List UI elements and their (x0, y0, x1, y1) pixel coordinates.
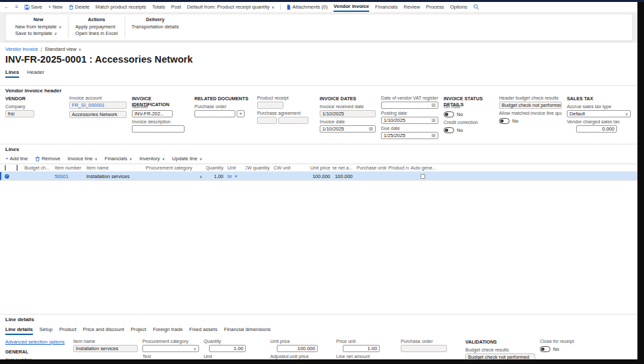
cell-line-net-amount[interactable]: 100.000 (332, 173, 355, 179)
inventory-menu[interactable]: Inventory∨ (139, 156, 165, 162)
column-header[interactable]: CW quantity (245, 165, 272, 171)
column-header[interactable]: Unit price (291, 165, 332, 171)
table-row[interactable]: ✓ 50001 Installation services ∨ 1.00 hr∨… (0, 172, 637, 181)
tab-foreign-trade[interactable]: Foreign trade (153, 326, 183, 335)
add-line-button[interactable]: + Add line (5, 156, 28, 162)
save-to-template-button[interactable]: Save to template ∨ (15, 30, 61, 37)
ld-procurement-category-select[interactable]: ∨ (142, 345, 199, 352)
invoice-account-field[interactable]: FR_SI_000001 (69, 102, 127, 109)
accrue-sales-tax-select[interactable]: Default ∨ (567, 110, 631, 117)
tab-fixed-assets[interactable]: Fixed assets (189, 326, 218, 335)
invoice-line-menu[interactable]: Invoice line∨ (67, 156, 97, 162)
remove-line-button[interactable]: Remove (35, 156, 60, 162)
post-button[interactable]: Post (171, 4, 181, 10)
totals-button[interactable]: Totals (152, 4, 165, 10)
section-vendor-invoice-header[interactable]: Vendor invoice header (0, 85, 637, 95)
posting-date-field[interactable]: 1/10/2025 ⊞ (381, 117, 438, 124)
column-header[interactable]: Line net a... (332, 165, 355, 171)
allow-matched-toggle[interactable]: No (499, 117, 562, 125)
column-header[interactable]: Purchase order (355, 165, 386, 171)
close-for-receipt-toggle[interactable]: No (540, 346, 593, 353)
view-selector[interactable]: Standard view ∨ (45, 46, 82, 52)
delete-button[interactable]: Delete (69, 4, 90, 10)
tab-setup[interactable]: Setup (40, 326, 53, 335)
chevron-down-icon: ∨ (272, 5, 274, 9)
transportation-details-button[interactable]: Transportation details (132, 24, 179, 30)
calendar-icon[interactable]: ⊞ (368, 127, 373, 132)
search-icon[interactable] (473, 4, 479, 10)
tab-project[interactable]: Project (131, 326, 146, 335)
cell-quantity[interactable]: 1.00 (204, 173, 225, 179)
section-line-details[interactable]: Line details (0, 314, 637, 324)
menu-tab-financials[interactable]: Financials (375, 3, 397, 11)
tab-product[interactable]: Product (59, 326, 76, 335)
cell-item-name[interactable]: Installation services (84, 173, 144, 179)
credit-correction-toggle[interactable]: No (444, 127, 494, 134)
cell-auto-generated[interactable] (409, 174, 436, 179)
chevron-down-icon: ∨ (626, 111, 628, 116)
column-header[interactable]: CW unit (272, 165, 291, 171)
cell-unit[interactable]: hr∨ (225, 173, 245, 179)
open-lines-in-excel-button[interactable]: Open lines in Excel (75, 30, 117, 37)
calendar-icon[interactable]: ⊞ (431, 118, 436, 123)
vendor-charged-sales-tax-field[interactable]: 0.000 (576, 125, 617, 133)
menu-tab-process[interactable]: Process (426, 3, 444, 11)
command-bar: ← ≡ Save + New Delete Match product rece… (0, 2, 637, 12)
tab-line-details[interactable]: Line details (5, 326, 33, 335)
advanced-selection-options-link[interactable]: Advanced selection options (5, 339, 69, 345)
financials-menu[interactable]: Financials∨ (105, 156, 132, 162)
select-all-checkbox[interactable] (3, 165, 15, 171)
column-invoice-dates: INVOICE DATES Invoice received date 1/10… (320, 96, 376, 139)
tab-financial-dimensions[interactable]: Financial dimensions (224, 326, 271, 335)
column-header[interactable]: Auto gene... (409, 165, 436, 171)
on-hold-toggle[interactable]: No (444, 111, 494, 118)
tab-header[interactable]: Header (27, 69, 44, 78)
attachments-button[interactable]: Attachments (0) (287, 4, 328, 10)
column-header[interactable]: Item number (53, 165, 84, 171)
menu-tab-options[interactable]: Options (450, 3, 467, 11)
tab-lines[interactable]: Lines (5, 69, 19, 78)
cell-unit-price[interactable]: 100.000 (291, 173, 332, 179)
new-from-template-button[interactable]: New from template ∨ (15, 24, 61, 30)
match-product-receipts-button[interactable]: Match product receipts (96, 4, 146, 10)
calendar-icon[interactable]: ⊞ (431, 103, 436, 108)
menu-tab-vendor-invoice[interactable]: Vendor invoice (334, 3, 369, 12)
menu-icon[interactable]: ≡ (15, 5, 18, 10)
cell-item-number[interactable]: 50001 (53, 173, 84, 179)
add-purchase-order-button[interactable]: + (237, 110, 245, 117)
due-date-field[interactable]: 1/25/2025 ⊞ (381, 132, 438, 139)
calendar-icon[interactable]: ⊞ (431, 133, 436, 138)
apply-prepayment-button[interactable]: Apply prepayment (75, 24, 117, 30)
column-header[interactable]: Procurement category (144, 165, 204, 171)
column-vendor: VENDOR Company frsi (5, 96, 64, 139)
column-header[interactable]: Item name (84, 165, 144, 171)
vat-register-date-field[interactable]: ⊞ (381, 102, 438, 109)
column-header[interactable]: Product re... (386, 165, 409, 171)
column-header[interactable]: Unit (225, 165, 245, 171)
command-bar-divider (280, 4, 281, 10)
column-header[interactable]: Quantity (204, 165, 225, 171)
save-button[interactable]: Save (24, 4, 42, 10)
section-lines[interactable]: Lines (0, 144, 637, 154)
toggle-off-icon (444, 111, 454, 117)
row-checkbox[interactable]: ✓ (3, 174, 15, 179)
update-line-menu[interactable]: Update line∨ (172, 156, 202, 162)
ld-unit-price-field[interactable]: 100.000 (277, 345, 318, 352)
column-header[interactable]: Budget ch... (22, 165, 53, 171)
chevron-down-icon: ∨ (94, 156, 97, 161)
tab-price-and-discount[interactable]: Price and discount (83, 326, 124, 335)
purchase-order-field[interactable] (194, 110, 235, 117)
back-icon[interactable]: ← (4, 5, 9, 10)
invoice-description-field[interactable] (132, 125, 185, 133)
invoice-date-field[interactable]: 1/10/2025 ⊞ (320, 125, 376, 133)
ld-quantity-field[interactable]: 1.00 (209, 345, 246, 352)
cell-procurement-category[interactable]: ∨ (144, 174, 204, 179)
invoice-account-name-field: Accessories Network (69, 111, 127, 118)
default-from-dropdown[interactable]: Default from: Product receipt quantity ∨ (187, 4, 275, 10)
breadcrumb-vendor-invoice-link[interactable]: Vendor invoice (5, 46, 38, 52)
ld-price-unit-field[interactable]: 1.00 (343, 345, 380, 352)
menu-tab-review[interactable]: Review (403, 3, 420, 11)
lines-toolbar: + Add line Remove Invoice line∨ Financia… (0, 154, 637, 164)
new-button[interactable]: + New (48, 4, 63, 10)
number-field[interactable]: INV-FR-202... (132, 110, 173, 117)
